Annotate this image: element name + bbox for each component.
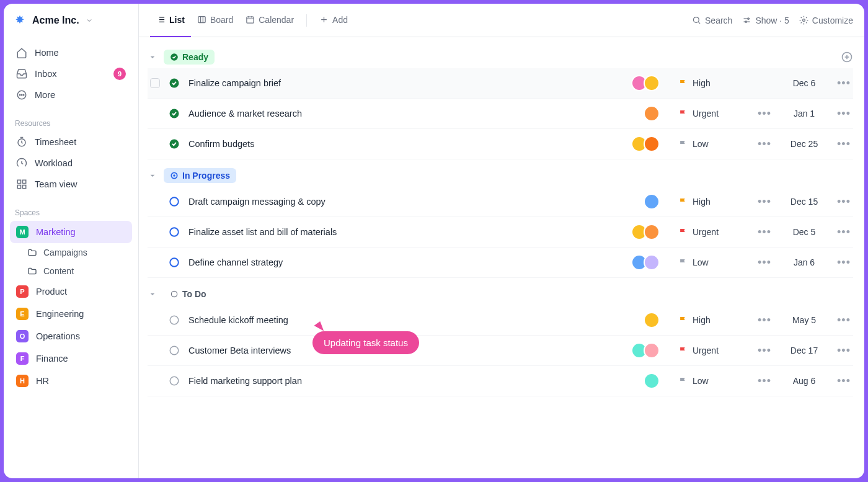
row-menu[interactable]: •••: [835, 257, 853, 268]
priority-label: Urgent: [693, 227, 719, 237]
subtask-indicator[interactable]: •••: [755, 226, 774, 238]
row-menu[interactable]: •••: [835, 78, 853, 89]
avatar[interactable]: [644, 136, 660, 152]
group-header: In Progress: [148, 164, 853, 187]
status-pill-inprogress[interactable]: In Progress: [164, 168, 236, 183]
add-task-icon[interactable]: [841, 51, 853, 63]
row-menu[interactable]: •••: [835, 196, 853, 207]
priority[interactable]: High: [678, 315, 746, 325]
due-date[interactable]: Dec 17: [782, 346, 826, 355]
subtask-indicator[interactable]: •••: [755, 196, 774, 207]
collapse-icon[interactable]: [148, 171, 157, 181]
subtask-indicator[interactable]: •••: [755, 375, 774, 386]
task-row[interactable]: Draft campaign messaging & copyHigh•••De…: [148, 187, 853, 217]
priority[interactable]: Low: [678, 139, 746, 149]
due-date[interactable]: May 5: [782, 315, 826, 325]
folder-label: Campaigns: [43, 248, 87, 257]
avatar[interactable]: [644, 342, 660, 359]
row-menu[interactable]: •••: [835, 138, 853, 150]
status-pill-ready[interactable]: Ready: [164, 50, 215, 65]
avatar[interactable]: [644, 312, 660, 328]
subtask-indicator[interactable]: •••: [755, 108, 774, 119]
row-menu[interactable]: •••: [835, 315, 853, 326]
space-operations[interactable]: OOperations: [10, 325, 132, 347]
priority[interactable]: High: [678, 197, 746, 207]
view-tab-board[interactable]: Board: [191, 4, 239, 37]
collapse-icon[interactable]: [148, 289, 157, 299]
task-status-icon[interactable]: [169, 315, 180, 326]
add-view-button[interactable]: Add: [313, 4, 354, 37]
row-menu[interactable]: •••: [835, 375, 853, 386]
priority[interactable]: High: [678, 78, 746, 88]
due-date[interactable]: Dec 25: [782, 139, 826, 149]
avatar[interactable]: [644, 75, 660, 91]
due-date[interactable]: Jan 1: [782, 109, 826, 118]
task-status-icon[interactable]: [169, 78, 180, 89]
task-checkbox[interactable]: [150, 78, 160, 88]
task-row[interactable]: Finalize asset list and bill of material…: [148, 217, 853, 248]
avatar[interactable]: [644, 194, 660, 210]
priority[interactable]: Low: [678, 376, 746, 386]
row-menu[interactable]: •••: [835, 345, 853, 356]
task-row[interactable]: Customer Beta interviewsUrgent•••Dec 17•…: [148, 336, 853, 366]
nav-home[interactable]: Home: [10, 42, 132, 63]
due-date[interactable]: Dec 6: [782, 78, 826, 88]
svg-rect-9: [198, 17, 205, 23]
priority[interactable]: Low: [678, 257, 746, 267]
collapse-icon[interactable]: [148, 52, 157, 62]
resource-timesheet[interactable]: Timesheet: [10, 132, 132, 153]
workspace-switcher[interactable]: Acme Inc.: [4, 4, 138, 37]
space-product[interactable]: PProduct: [10, 280, 132, 303]
view-tab-list[interactable]: List: [150, 4, 191, 37]
customize-button[interactable]: Customize: [799, 16, 853, 25]
priority[interactable]: Urgent: [678, 346, 746, 355]
task-status-icon[interactable]: [169, 345, 180, 356]
task-status-icon[interactable]: [169, 108, 180, 119]
subtask-indicator[interactable]: •••: [755, 345, 774, 356]
avatar[interactable]: [644, 224, 660, 240]
subtask-indicator[interactable]: •••: [755, 257, 774, 268]
show-button[interactable]: Show · 5: [742, 16, 789, 25]
status-tooltip: Updating task status: [312, 323, 419, 354]
due-date[interactable]: Dec 15: [782, 197, 826, 207]
task-row[interactable]: Finalize campaign briefHighDec 6•••: [148, 68, 853, 99]
task-row[interactable]: Schedule kickoff meetingHigh•••May 5•••: [148, 305, 853, 336]
avatar[interactable]: [644, 105, 660, 122]
resource-workload[interactable]: Workload: [10, 153, 132, 174]
space-hr[interactable]: HHR: [10, 370, 132, 392]
folder-content[interactable]: Content: [10, 262, 132, 280]
avatar[interactable]: [644, 254, 660, 270]
search-button[interactable]: Search: [692, 16, 732, 25]
priority[interactable]: Urgent: [678, 227, 746, 237]
row-menu[interactable]: •••: [835, 108, 853, 119]
task-row[interactable]: Field marketing support planLow•••Aug 6•…: [148, 366, 853, 396]
nav-more[interactable]: More: [10, 84, 132, 105]
task-row[interactable]: Define channel strategyLow•••Jan 6•••: [148, 248, 853, 278]
task-row[interactable]: Audience & market researchUrgent•••Jan 1…: [148, 99, 853, 129]
task-row[interactable]: Confirm budgetsLow•••Dec 25•••: [148, 129, 853, 159]
resource-team-view[interactable]: Team view: [10, 174, 132, 195]
space-marketing[interactable]: MMarketing: [10, 221, 132, 243]
status-pill-todo[interactable]: To Do: [164, 287, 213, 301]
folder-campaigns[interactable]: Campaigns: [10, 243, 132, 262]
task-status-icon[interactable]: [169, 138, 180, 150]
space-finance[interactable]: FFinance: [10, 347, 132, 370]
priority[interactable]: Urgent: [678, 109, 746, 118]
task-status-icon[interactable]: [169, 196, 180, 207]
due-date[interactable]: Dec 5: [782, 227, 826, 237]
nav-inbox[interactable]: Inbox9: [10, 63, 132, 84]
due-date[interactable]: Jan 6: [782, 257, 826, 267]
avatar[interactable]: [644, 373, 660, 389]
due-date[interactable]: Aug 6: [782, 376, 826, 386]
row-menu[interactable]: •••: [835, 226, 853, 238]
space-engineering[interactable]: EEngineering: [10, 303, 132, 325]
priority-label: Urgent: [693, 109, 719, 118]
subtask-indicator[interactable]: •••: [755, 138, 774, 150]
task-status-icon[interactable]: [169, 257, 180, 268]
space-avatar: H: [16, 375, 29, 387]
view-tab-calendar[interactable]: Calendar: [239, 4, 300, 37]
task-status-icon[interactable]: [169, 375, 180, 386]
subtask-indicator[interactable]: •••: [755, 315, 774, 326]
space-label: Marketing: [36, 227, 76, 237]
task-status-icon[interactable]: [169, 226, 180, 238]
